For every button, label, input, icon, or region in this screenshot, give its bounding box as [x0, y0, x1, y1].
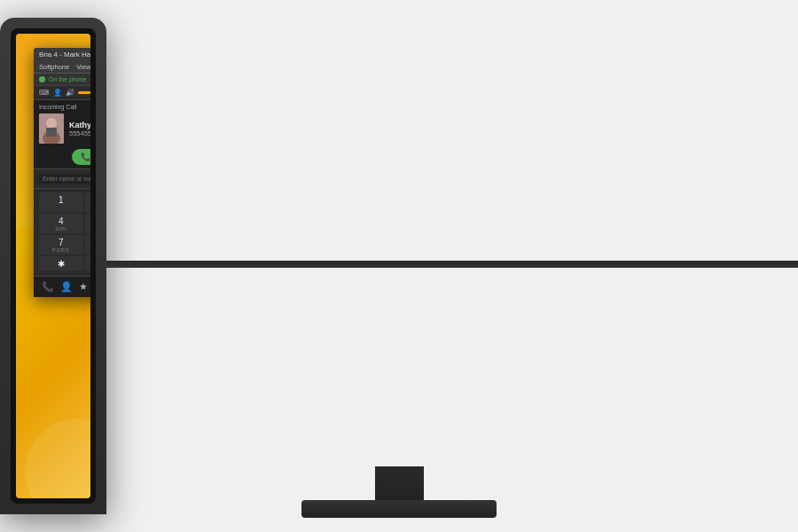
caller-number: 5554552 [69, 129, 90, 137]
softphone-statusbar: On the phone 0,2,0 [34, 74, 90, 86]
volume-slider[interactable] [78, 91, 90, 94]
status-indicator [39, 76, 45, 82]
phone-answer-icon: 📞 [81, 153, 90, 161]
answer-button[interactable]: 📞 → [72, 149, 90, 165]
key-1[interactable]: 1 [39, 192, 83, 212]
monitor-base [301, 500, 497, 518]
svg-point-1 [46, 118, 57, 129]
key-7[interactable]: 7PQRS [39, 235, 83, 254]
nav-contacts[interactable]: 👤 [60, 281, 73, 293]
key-5[interactable]: 5JKL [85, 214, 90, 233]
nav-phone[interactable]: 📞 [42, 281, 54, 293]
dialpad-input-row: ▼ 📞 [34, 169, 90, 189]
key-4[interactable]: 4GHI [39, 214, 83, 233]
monitor-neck [375, 466, 424, 500]
softphone-toolbar: ⌨ 👤 🔊 ··· [34, 86, 90, 100]
incoming-call-label: Incoming Call [39, 104, 76, 110]
softphone-titlebar: Bria 4 - Mark Harvey — □ ✕ [34, 48, 90, 61]
caller-info: Kathy Chan 5554552 [39, 113, 90, 144]
incoming-call-header: Incoming Call 00:07:30 [39, 104, 90, 110]
dialpad-input[interactable] [39, 174, 90, 184]
speaker-icon: 🔊 [66, 89, 74, 97]
keypad-icon: ⌨ [39, 89, 50, 97]
bottom-nav: 📞 👤 ★ 🕐 ··· ⊕ COUNTERPATH [34, 276, 90, 297]
nav-favorites[interactable]: ★ [79, 281, 88, 293]
caller-avatar-image [39, 113, 64, 144]
menu-softphone[interactable]: Softphone [39, 63, 69, 71]
monitor-screen-border: Bria 4 - Mark Harvey — □ ✕ Softphone Vie… [11, 28, 96, 504]
caller-details: Kathy Chan 5554552 [69, 121, 90, 137]
caller-name: Kathy Chan [69, 121, 90, 129]
contact-icon: 👤 [53, 89, 62, 97]
monitor-screen: Bria 4 - Mark Harvey — □ ✕ Softphone Vie… [16, 34, 90, 498]
key-8[interactable]: 8TUV [85, 235, 90, 254]
caller-avatar [39, 113, 64, 144]
menu-view[interactable]: View [76, 63, 90, 71]
key-2[interactable]: 2ABC [85, 192, 90, 212]
monitor-base-reflection [301, 518, 497, 523]
softphone-title: Bria 4 - Mark Harvey [39, 51, 90, 59]
key-star[interactable]: ✱ [39, 256, 83, 270]
softphone-app: Bria 4 - Mark Harvey — □ ✕ Softphone Vie… [34, 48, 90, 297]
softphone-menubar: Softphone View Contacts Help [34, 61, 90, 74]
svg-rect-3 [46, 128, 57, 137]
call-buttons: 📞 → 📵 [39, 149, 90, 165]
dialpad-grid: 1 2ABC 3DEF 4GHI 5JKL 6MNO 7PQRS 8TUV 9W… [34, 189, 90, 276]
status-text: On the phone [49, 76, 86, 82]
monitor-outer: Bria 4 - Mark Harvey — □ ✕ Softphone Vie… [0, 18, 106, 514]
incoming-call-section: Incoming Call 00:07:30 [34, 100, 90, 169]
key-0[interactable]: 0 [85, 256, 90, 270]
